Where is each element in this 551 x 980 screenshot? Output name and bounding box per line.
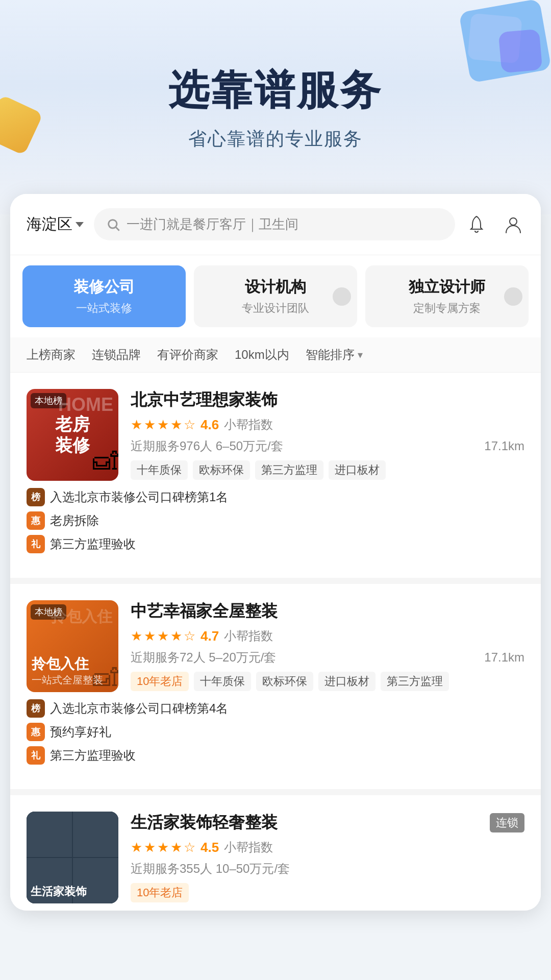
filter-top-merchants[interactable]: 上榜商家 [27,347,76,363]
listing-thumb-1: 本地榜 HOME 老房装修 🛋 [27,389,118,481]
star-half-icon: ☆ [184,628,195,644]
stars-1: ★ ★ ★ ★ ☆ [131,417,195,433]
bang-icon: 榜 [27,488,45,506]
listing-info-1: 北京中艺理想家装饰 ★ ★ ★ ★ ☆ 4.6 小帮指数 近期服务976人 6–… [131,389,524,488]
bell-icon [466,214,487,235]
listing-info-3: 生活家装饰轻奢整装 连锁 ★ ★ ★ ★ ☆ 4.5 小帮指数 近期服务355人… [131,812,524,911]
stars-2: ★ ★ ★ ★ ☆ [131,628,195,644]
listing-name-2: 中艺幸福家全屋整装 [131,600,524,623]
star-icon: ★ [170,840,182,855]
tab-designer[interactable]: 独立设计师 定制专属方案 [365,265,529,327]
star-half-icon: ☆ [184,417,195,433]
bang-icon: 榜 [27,699,45,718]
service-info-2: 近期服务72人 5–20万元/套 17.1km [131,649,524,666]
star-icon: ★ [170,417,182,433]
star-icon: ★ [157,628,169,644]
tab-decoration-title: 装修公司 [73,277,135,298]
badge-text: 预约享好礼 [50,724,111,740]
star-icon: ★ [131,417,142,433]
filter-sort[interactable]: 智能排序 ▾ [306,347,363,363]
tags-row-3: 10年老店 [131,883,524,902]
listing-info-2: 中艺幸福家全屋整装 ★ ★ ★ ★ ☆ 4.7 小帮指数 近期服务72人 5–2… [131,600,524,699]
tab-designer-subtitle: 定制专属方案 [413,301,481,316]
badge-item: 礼 第三方监理验收 [27,746,524,765]
listing-badges-2: 榜 入选北京市装修公司口碑榜第4名 惠 预约享好礼 礼 第三方监理验收 [10,699,541,789]
tab-design-title: 设计机构 [245,277,306,298]
hero-title: 选靠谱服务 [168,63,383,118]
svg-line-1 [116,227,119,230]
tag: 欧标环保 [193,460,250,480]
filter-nearby[interactable]: 10km以内 [235,347,289,363]
category-tabs: 装修公司 一站式装修 设计机构 专业设计团队 独立设计师 定制专属方案 [10,255,541,337]
profile-button[interactable] [502,213,524,236]
svg-point-0 [109,219,117,228]
search-icon [106,217,120,232]
badge-text: 入选北京市装修公司口碑榜第1名 [50,489,228,505]
star-icon: ★ [144,628,156,644]
listing-thumb-3: 本地榜 生活家装饰 [27,812,118,903]
service-count-2: 近期服务72人 5–20万元/套 [131,649,276,666]
rating-label-1: 小帮指数 [224,416,273,433]
rating-label-2: 小帮指数 [224,628,273,644]
svg-point-2 [510,218,517,225]
badge-text: 入选北京市装修公司口碑榜第4名 [50,700,228,717]
thumb-text-3: 生活家装饰 [31,884,87,899]
tag-highlight: 10年老店 [131,672,189,691]
rating-row-3: ★ ★ ★ ★ ☆ 4.5 小帮指数 [131,839,524,855]
notification-button[interactable] [465,213,488,236]
thumb-text-2: 拎包入住 一站式全屋整装 [27,650,108,692]
filter-rated[interactable]: 有评价商家 [157,347,218,363]
tag: 进口板材 [329,460,386,480]
divider [10,578,541,584]
star-icon: ★ [144,417,156,433]
badge-text: 老房拆除 [50,512,99,529]
chain-badge: 连锁 [490,813,524,832]
tag: 第三方监理 [255,460,323,480]
filter-bar: 上榜商家 连锁品牌 有评价商家 10km以内 智能排序 ▾ [10,337,541,373]
main-card: 海淀区 一进门就是餐厅客厅｜卫生间 [10,194,541,911]
deco-text: 拎包入住 [51,606,112,627]
service-count-1: 近期服务976人 6–50万元/套 [131,438,283,454]
badge-row-1: 榜 入选北京市装修公司口碑榜第1名 惠 老房拆除 礼 第三方监理验收 [27,488,524,566]
tab-designer-avatar [504,287,522,306]
hero-section: 选靠谱服务 省心靠谱的专业服务 [0,0,551,214]
listing-item[interactable]: 本地榜 HOME 老房装修 🛋 北京中艺理想家装饰 ★ ★ ★ ★ ☆ 4.6 … [10,373,541,488]
listing-item[interactable]: 本地榜 生活家装饰 生活家装饰轻奢整装 连锁 ★ ★ ★ [10,795,541,911]
location-selector[interactable]: 海淀区 [27,214,84,235]
search-input-wrapper[interactable]: 一进门就是餐厅客厅｜卫生间 [94,208,455,240]
star-icon: ★ [131,840,142,855]
filter-chain-brand[interactable]: 连锁品牌 [92,347,141,363]
chevron-down-icon [76,222,84,227]
li-icon: 礼 [27,746,45,765]
home-text: HOME [58,394,113,415]
tab-decoration-subtitle: 一站式装修 [76,301,132,316]
badge-text: 第三方监理验收 [50,747,136,764]
sort-chevron-icon: ▾ [358,349,363,361]
star-icon: ★ [144,840,156,855]
listing-name-1: 北京中艺理想家装饰 [131,389,524,411]
tab-designer-title: 独立设计师 [409,277,485,298]
tag: 第三方监理 [381,672,449,691]
location-text: 海淀区 [27,214,72,235]
deco-top-right [439,0,551,102]
header-icons [465,213,524,236]
listing-name-3: 生活家装饰轻奢整装 [131,812,278,834]
person-icon [503,214,523,235]
star-icon: ★ [157,840,169,855]
star-icon: ★ [170,628,182,644]
stars-3: ★ ★ ★ ★ ☆ [131,840,195,855]
tab-design[interactable]: 设计机构 专业设计团队 [194,265,357,327]
badge-item: 惠 老房拆除 [27,511,524,530]
thumb-main-text-1: 老房装修 [55,414,90,456]
tag: 进口板材 [318,672,375,691]
tags-row-1: 十年质保 欧标环保 第三方监理 进口板材 [131,460,524,480]
hero-subtitle: 省心靠谱的专业服务 [188,127,363,152]
distance-1: 17.1km [484,439,524,453]
tab-decoration[interactable]: 装修公司 一站式装修 [22,265,186,327]
tag: 十年质保 [194,672,251,691]
sort-label: 智能排序 [306,347,355,363]
badge-text: 第三方监理验收 [50,536,136,552]
hui-icon: 惠 [27,723,45,741]
badge-item: 惠 预约享好礼 [27,723,524,741]
listing-item[interactable]: 本地榜 拎包入住 拎包入住 一站式全屋整装 🛋 中艺幸福家全屋整装 ★ ★ ★ … [10,584,541,699]
